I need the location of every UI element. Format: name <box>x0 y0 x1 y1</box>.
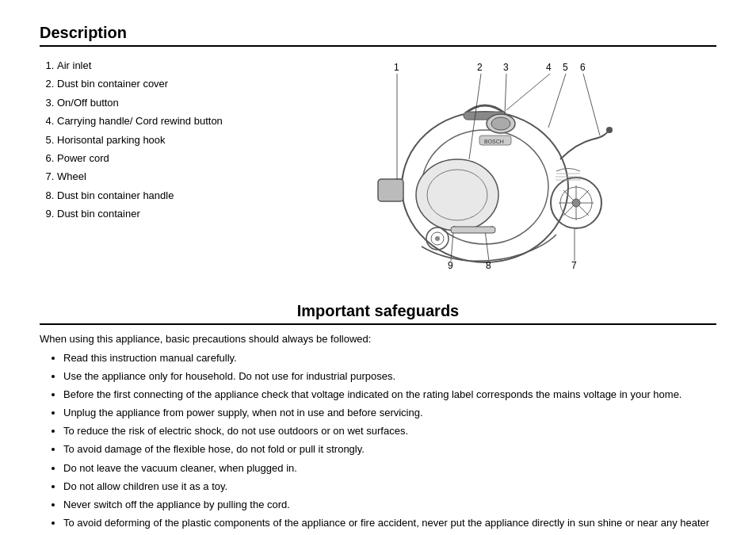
bullet-item: Read this instruction manual carefully. <box>63 350 716 367</box>
svg-text:9: 9 <box>448 260 453 271</box>
svg-point-22 <box>572 199 580 207</box>
svg-text:6: 6 <box>580 62 586 73</box>
parts-list: Air inlet Dust bin container cover On/Of… <box>40 56 262 278</box>
svg-text:BOSCH: BOSCH <box>484 139 504 144</box>
svg-point-29 <box>606 127 613 133</box>
description-title: Description <box>40 24 716 47</box>
bullet-item: Before the first connecting of the appli… <box>63 386 716 403</box>
list-item: Carrying handle/ Cord rewind button <box>57 112 262 130</box>
description-content: Air inlet Dust bin container cover On/Of… <box>40 56 716 278</box>
list-item: Dust bin container handle <box>57 186 262 204</box>
svg-text:1: 1 <box>394 62 399 73</box>
list-item: Wheel <box>57 167 262 185</box>
parts-ordered-list: Air inlet Dust bin container cover On/Of… <box>40 56 262 224</box>
safeguards-title: Important safeguards <box>40 302 716 325</box>
safeguards-section: Important safeguards When using this app… <box>40 302 716 535</box>
list-item: Air inlet <box>57 56 262 75</box>
vacuum-diagram: 1 2 3 4 5 6 B <box>277 56 716 278</box>
bullet-item: To avoid damage of the flexible hose, do… <box>63 441 716 458</box>
bullet-item: To reduce the risk of electric shock, do… <box>63 422 716 440</box>
bullet-item: Do not allow children use it as a toy. <box>63 478 716 495</box>
bullet-item: Use the appliance only for household. Do… <box>63 368 716 385</box>
svg-point-28 <box>435 236 440 241</box>
svg-text:4: 4 <box>546 62 552 73</box>
list-item: Dust bin container <box>57 204 262 223</box>
svg-line-35 <box>583 74 600 136</box>
svg-line-34 <box>548 74 566 128</box>
list-item: On/Off button <box>57 94 262 112</box>
list-item: Dust bin container cover <box>57 75 262 93</box>
safeguards-list: Read this instruction manual carefully. … <box>40 350 716 535</box>
svg-text:2: 2 <box>477 62 483 73</box>
svg-text:8: 8 <box>486 260 491 271</box>
list-item: Power cord <box>57 149 262 167</box>
svg-point-12 <box>491 117 510 130</box>
bullet-item: Unplug the appliance from power supply, … <box>63 404 716 422</box>
svg-line-32 <box>505 74 506 114</box>
svg-line-40 <box>485 231 489 261</box>
svg-rect-15 <box>378 179 403 201</box>
vacuum-svg: 1 2 3 4 5 6 B <box>330 56 663 278</box>
svg-line-33 <box>506 74 550 110</box>
bullet-item: To avoid deforming of the plastic compon… <box>63 514 716 535</box>
safeguards-intro: When using this appliance, basic precaut… <box>40 333 716 345</box>
svg-text:7: 7 <box>571 260 577 271</box>
svg-text:3: 3 <box>503 62 509 73</box>
list-item: Horisontal parking hook <box>57 131 262 149</box>
svg-text:5: 5 <box>563 62 568 73</box>
svg-rect-42 <box>451 227 495 233</box>
bullet-item: Never switch off the appliance by pullin… <box>63 496 716 514</box>
bullet-item: Do not leave the vacuum cleaner, when pl… <box>63 460 716 477</box>
